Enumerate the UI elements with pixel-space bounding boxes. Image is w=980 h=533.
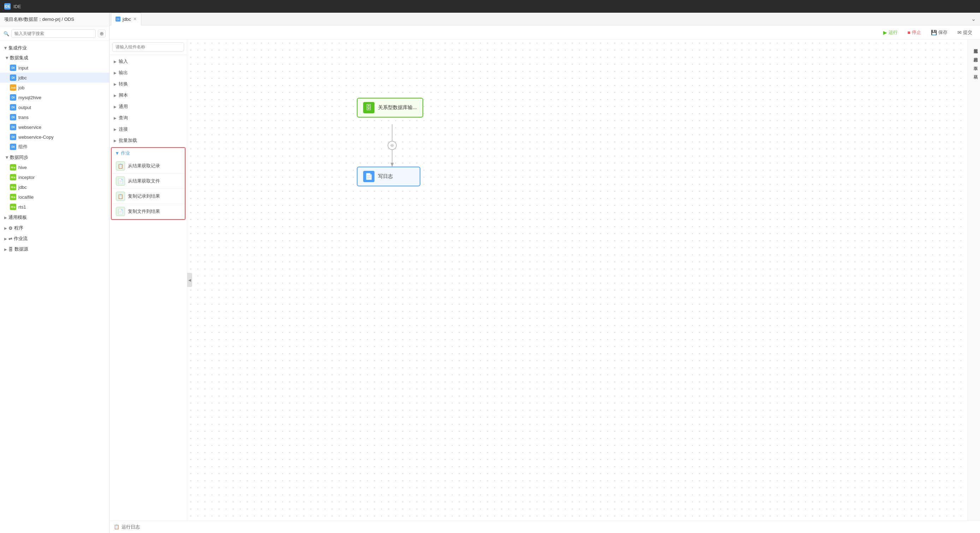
comp-category-label: 输入 bbox=[119, 58, 128, 65]
arrow-icon: ▶ bbox=[114, 139, 116, 143]
comp-list: ▶ 输入 ▶ 输出 ▶ 转换 bbox=[110, 55, 187, 520]
tree-item-input[interactable]: DI input bbox=[0, 63, 109, 73]
right-area: DI jdbc ✕ ⌄ ▶ 运行 ■ 停止 💾 保存 ✉ 提交 bbox=[110, 13, 980, 533]
flow-icon: ⇌ bbox=[8, 236, 13, 241]
sub-group-header-data-integration[interactable]: ▶ 数据集成 bbox=[0, 53, 109, 63]
group-label-datasource: 数据源 bbox=[14, 246, 28, 252]
tree-item-jdbc[interactable]: DI jdbc bbox=[0, 73, 109, 82]
tree-item-job[interactable]: Job job bbox=[0, 82, 109, 92]
stop-icon: ■ bbox=[908, 30, 910, 35]
tab-label: jdbc bbox=[123, 17, 131, 22]
tree-item-localfile[interactable]: Rts localfile bbox=[0, 192, 109, 202]
comp-category-job: ▶ 作业 📋 从结果获取记录 📄 从结果获取文件 📋 bbox=[111, 147, 186, 220]
canvas-area[interactable]: ◀ ⊕ bbox=[187, 40, 967, 520]
tree-item-webservice[interactable]: DI webservice bbox=[0, 122, 109, 132]
tree-group-header-datasource[interactable]: ▶ 🗄 数据源 bbox=[0, 244, 109, 254]
comp-category-label: 输出 bbox=[119, 70, 128, 76]
save-icon: 💾 bbox=[931, 30, 937, 35]
comp-item-copy-records[interactable]: 📋 复制记录到结果 bbox=[111, 189, 185, 204]
tab-jdbc[interactable]: DI jdbc ✕ bbox=[111, 13, 141, 25]
arrow-icon: ▶ bbox=[4, 47, 8, 49]
comp-category-batch: ▶ 批量加载 bbox=[110, 135, 187, 146]
comp-category-header-transform[interactable]: ▶ 转换 bbox=[110, 79, 187, 89]
arrow-icon: ▶ bbox=[114, 94, 116, 97]
comp-category-header-batch[interactable]: ▶ 批量加载 bbox=[110, 135, 187, 146]
comp-category-header-common[interactable]: ▶ 通用 bbox=[110, 101, 187, 112]
comp-category-header-script[interactable]: ▶ 脚本 bbox=[110, 90, 187, 101]
rts-icon: Rts bbox=[10, 184, 16, 190]
rts-icon: Rts bbox=[10, 204, 16, 210]
connector-circle bbox=[388, 141, 396, 150]
collapse-panel-button[interactable]: ◀ bbox=[187, 273, 192, 287]
connector-icon: ⊕ bbox=[390, 143, 394, 148]
toolbar: ▶ 运行 ■ 停止 💾 保存 ✉ 提交 bbox=[110, 25, 980, 40]
tree-item-mysql2hive[interactable]: DI mysql2hive bbox=[0, 92, 109, 102]
search-input[interactable] bbox=[11, 29, 96, 38]
comp-category-label: 脚本 bbox=[119, 92, 128, 98]
arrow-icon: ▶ bbox=[114, 105, 116, 109]
comp-category-header-connect[interactable]: ▶ 连接 bbox=[110, 124, 187, 135]
di-icon: DI bbox=[10, 94, 16, 101]
arrow-icon: ▶ bbox=[4, 237, 7, 241]
left-sidebar: 项目名称/数据层：demo-prj / ODS 🔍 ⊕ ▶ 集成作业 ▶ 数据集… bbox=[0, 13, 110, 533]
di-icon: DI bbox=[10, 124, 16, 130]
comp-category-header-job[interactable]: ▶ 作业 bbox=[111, 148, 185, 159]
app-icon: IDE bbox=[4, 3, 11, 10]
comp-category-header-output[interactable]: ▶ 输出 bbox=[110, 67, 187, 78]
add-item-button[interactable]: ⊕ bbox=[98, 30, 106, 37]
submit-button[interactable]: ✉ 提交 bbox=[954, 28, 976, 37]
di-icon: DI bbox=[10, 65, 16, 71]
group-label-workflow: 作业流 bbox=[14, 235, 27, 242]
rts-icon: Rts bbox=[10, 174, 16, 180]
tree-item-rts1[interactable]: Rts rts1 bbox=[0, 202, 109, 212]
tree-item-inceptor[interactable]: Rts inceptor bbox=[0, 172, 109, 182]
comp-item-copy-files[interactable]: 📄 复制文件到结果 bbox=[111, 204, 185, 219]
comp-item-get-records[interactable]: 📋 从结果获取记录 bbox=[111, 159, 185, 174]
comp-search bbox=[110, 40, 187, 55]
meta-btn-draft[interactable]: 草稿 bbox=[968, 68, 980, 75]
sub-group-header-data-sync[interactable]: ▶ 数据同步 bbox=[0, 152, 109, 162]
comp-item-icon: 📄 bbox=[116, 207, 125, 216]
tree-group-datasource: ▶ 🗄 数据源 bbox=[0, 244, 109, 254]
tree-item-label: mysql2hive bbox=[18, 95, 41, 100]
comp-item-label: 复制文件到结果 bbox=[128, 208, 160, 215]
comp-item-label: 从结果获取文件 bbox=[128, 178, 160, 184]
save-button[interactable]: 💾 保存 bbox=[928, 28, 951, 37]
arrow-icon: ▶ bbox=[4, 216, 7, 220]
tree-item-hive[interactable]: Rts hive bbox=[0, 162, 109, 172]
tree-item-component[interactable]: DI 组件 bbox=[0, 142, 109, 152]
run-button[interactable]: ▶ 运行 bbox=[880, 28, 901, 37]
tree-group-header-template[interactable]: ▶ 通用模板 bbox=[0, 213, 109, 222]
sidebar-tree: ▶ 集成作业 ▶ 数据集成 DI input DI jdbc bbox=[0, 41, 109, 533]
tab-more-button[interactable]: ⌄ bbox=[968, 14, 978, 24]
run-label: 运行 bbox=[888, 29, 898, 36]
stop-button[interactable]: ■ 停止 bbox=[904, 28, 924, 37]
tree-item-output[interactable]: DI output bbox=[0, 102, 109, 112]
tree-item-label: webservice-Copy bbox=[18, 135, 54, 140]
meta-btn-version[interactable]: 版本 bbox=[968, 59, 980, 67]
comp-item-get-files[interactable]: 📄 从结果获取文件 bbox=[111, 174, 185, 189]
tab-close-button[interactable]: ✕ bbox=[133, 17, 137, 22]
comp-item-icon: 📋 bbox=[116, 192, 125, 201]
tree-group-header-integration[interactable]: ▶ 集成作业 bbox=[0, 43, 109, 53]
comp-category-input: ▶ 输入 bbox=[110, 56, 187, 67]
tree-item-trans[interactable]: DI trans bbox=[0, 112, 109, 122]
tree-item-jdbc-rts[interactable]: Rts jdbc bbox=[0, 182, 109, 192]
comp-category-header-input[interactable]: ▶ 输入 bbox=[110, 56, 187, 67]
tree-group-header-program[interactable]: ▶ ⚙ 程序 bbox=[0, 223, 109, 233]
job-icon: Job bbox=[10, 84, 16, 91]
meta-btn-config[interactable]: 通用配置 bbox=[968, 42, 980, 49]
db-icon: 🗄 bbox=[8, 247, 13, 252]
breadcrumb: 项目名称/数据层：demo-prj / ODS bbox=[4, 17, 74, 22]
comp-category-query: ▶ 查询 bbox=[110, 113, 187, 123]
tree-item-webservice-copy[interactable]: DI webservice-Copy bbox=[0, 132, 109, 142]
sub-group-label: 数据集成 bbox=[10, 55, 28, 61]
meta-btn-metrics[interactable]: 指标日志 bbox=[968, 51, 980, 58]
flow-node-db[interactable]: 🗄 关系型数据库输... bbox=[357, 98, 423, 117]
tree-group-header-workflow[interactable]: ▶ ⇌ 作业流 bbox=[0, 234, 109, 244]
comp-category-header-query[interactable]: ▶ 查询 bbox=[110, 113, 187, 123]
comp-search-input[interactable] bbox=[112, 42, 184, 52]
save-label: 保存 bbox=[938, 29, 948, 36]
arrow-icon: ▶ bbox=[116, 152, 119, 155]
flow-node-log[interactable]: 📄 写日志 bbox=[357, 167, 420, 186]
